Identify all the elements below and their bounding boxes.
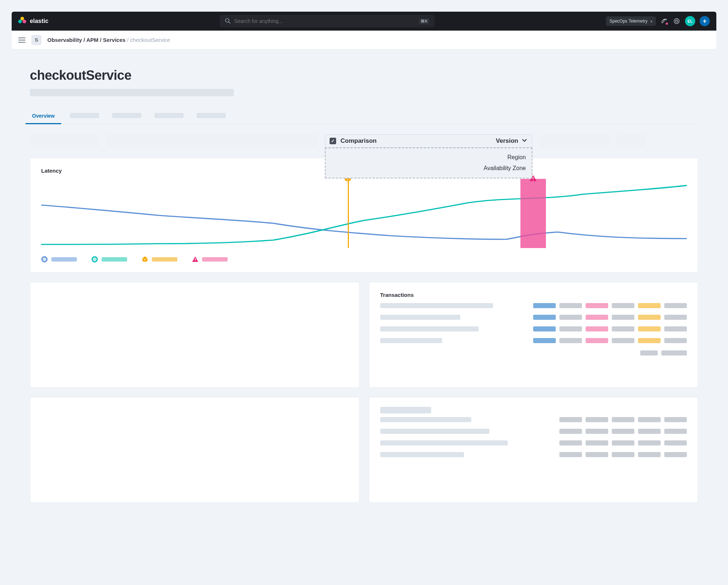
pagination-placeholder[interactable] xyxy=(661,350,687,356)
list-panel xyxy=(369,397,699,503)
breadcrumb-link[interactable]: Services xyxy=(103,37,126,43)
comparison-selected: Version xyxy=(496,137,518,145)
brand-name: elastic xyxy=(30,18,48,24)
empty-panel xyxy=(30,282,359,388)
tabs: Overview xyxy=(30,113,698,124)
legend-item[interactable] xyxy=(192,256,228,263)
svg-point-6 xyxy=(42,257,47,262)
svg-rect-8 xyxy=(195,258,196,260)
notification-dot-icon xyxy=(666,23,668,25)
transactions-footer xyxy=(380,350,687,356)
help-icon[interactable] xyxy=(673,17,681,25)
legend-swatch xyxy=(102,257,127,262)
comparison-option[interactable]: Availability Zone xyxy=(331,163,526,174)
pagination-placeholder[interactable] xyxy=(640,350,658,356)
table-row[interactable] xyxy=(380,303,687,308)
package-icon xyxy=(142,256,148,263)
page-content: checkoutService Overview ✓ Comparison Ve… xyxy=(12,68,716,517)
breadcrumb-bar: S Observability / APM / Services / check… xyxy=(12,31,716,50)
tab-overview[interactable]: Overview xyxy=(30,113,57,124)
transaction-name-placeholder xyxy=(380,315,460,320)
tab-placeholder[interactable] xyxy=(112,113,141,118)
legend-item[interactable] xyxy=(142,256,177,263)
transaction-name-placeholder xyxy=(380,326,479,331)
filter-placeholder[interactable] xyxy=(616,134,645,147)
filter-row: ✓ Comparison Version Region Availability… xyxy=(30,134,698,148)
deployment-label: SpecOps Telemetry xyxy=(610,19,648,24)
comparison-selector[interactable]: ✓ Comparison Version xyxy=(325,134,532,148)
deployment-marker-line xyxy=(348,179,349,248)
tab-placeholder[interactable] xyxy=(154,113,184,118)
search-icon xyxy=(225,18,231,25)
panel-title-placeholder xyxy=(380,407,431,413)
table-row[interactable] xyxy=(380,452,687,457)
series-blue xyxy=(41,205,687,239)
empty-panel xyxy=(30,397,359,503)
space-selector[interactable]: S xyxy=(31,35,42,45)
latency-svg xyxy=(41,179,687,248)
legend-item[interactable] xyxy=(91,256,127,263)
legend-swatch xyxy=(152,257,177,262)
filter-placeholder[interactable] xyxy=(30,134,99,147)
top-navbar: elastic ⌘K SpecOps Telemetry ▾ EL + xyxy=(12,12,716,31)
tab-placeholder[interactable] xyxy=(70,113,99,118)
comparison-label: Comparison xyxy=(341,137,377,145)
table-row[interactable] xyxy=(380,338,687,343)
svg-point-3 xyxy=(676,20,678,22)
table-row[interactable] xyxy=(380,417,687,422)
legend-swatch xyxy=(202,257,228,262)
table-row[interactable] xyxy=(380,326,687,331)
subtitle-placeholder xyxy=(30,89,234,96)
svg-line-1 xyxy=(229,22,230,23)
add-button[interactable]: + xyxy=(700,16,710,26)
breadcrumb: Observability / APM / Services / checkou… xyxy=(47,37,170,43)
table-row[interactable] xyxy=(380,429,687,434)
filter-placeholder[interactable] xyxy=(540,134,609,147)
checkbox-checked-icon[interactable]: ✓ xyxy=(330,138,336,144)
svg-rect-5 xyxy=(533,180,534,181)
svg-rect-4 xyxy=(533,177,534,179)
comparison-option[interactable]: Region xyxy=(331,152,526,163)
menu-toggle-icon[interactable] xyxy=(18,38,25,43)
transaction-name-placeholder xyxy=(380,303,493,308)
news-icon[interactable] xyxy=(660,17,668,25)
filter-placeholder[interactable] xyxy=(106,134,318,147)
elastic-logo-icon xyxy=(18,17,27,25)
table-row[interactable] xyxy=(380,315,687,320)
latency-chart xyxy=(41,179,687,248)
user-avatar[interactable]: EL xyxy=(685,16,695,26)
circle-icon xyxy=(41,256,48,263)
svg-point-2 xyxy=(674,19,679,24)
transactions-panel: Transactions xyxy=(369,282,699,388)
page-title: checkoutService xyxy=(30,68,698,83)
breadcrumb-current: checkoutService xyxy=(130,37,170,43)
tab-placeholder[interactable] xyxy=(197,113,226,118)
breadcrumb-link[interactable]: APM xyxy=(86,37,98,43)
alert-band xyxy=(520,179,546,248)
svg-point-7 xyxy=(92,257,97,262)
alert-icon xyxy=(192,256,198,263)
transaction-name-placeholder xyxy=(380,338,442,343)
legend-item[interactable] xyxy=(41,256,77,263)
chevron-down-icon: ▾ xyxy=(650,19,652,23)
global-search[interactable]: ⌘K xyxy=(220,15,434,27)
table-row[interactable] xyxy=(380,440,687,445)
deployment-selector[interactable]: SpecOps Telemetry ▾ xyxy=(606,16,656,26)
comparison-dropdown: Region Availability Zone xyxy=(325,148,532,178)
circle-icon xyxy=(91,256,98,263)
brand-logo[interactable]: elastic xyxy=(18,17,48,25)
breadcrumb-link[interactable]: Observability xyxy=(47,37,82,43)
legend-swatch xyxy=(51,257,77,262)
search-shortcut: ⌘K xyxy=(419,18,429,24)
transactions-title: Transactions xyxy=(380,292,687,298)
svg-rect-9 xyxy=(195,260,196,261)
search-input[interactable] xyxy=(234,18,415,24)
chevron-down-icon xyxy=(521,137,528,145)
latency-legend xyxy=(41,256,687,263)
